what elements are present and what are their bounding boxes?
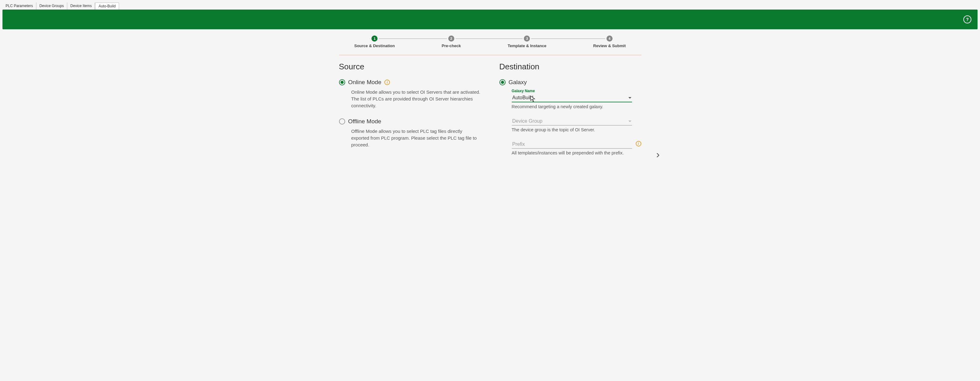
step-circle: 1 bbox=[371, 35, 377, 41]
step-label: Review & Submit bbox=[593, 43, 625, 48]
step-label: Template & Instance bbox=[508, 43, 546, 48]
galaxy-name-label: Galaxy Name bbox=[512, 89, 632, 93]
offline-mode-radio[interactable] bbox=[339, 118, 345, 125]
destination-title: Destination bbox=[500, 62, 641, 71]
device-group-field: Device Group The device group is the top… bbox=[512, 117, 632, 132]
tab-bar: PLC Parameters Device Groups Device Item… bbox=[2, 2, 978, 10]
chevron-down-icon bbox=[628, 121, 632, 122]
tab-device-groups[interactable]: Device Groups bbox=[37, 2, 67, 10]
tab-auto-build[interactable]: Auto-Build bbox=[95, 2, 119, 10]
device-group-select[interactable]: Device Group bbox=[512, 117, 632, 125]
stepper-line bbox=[370, 38, 611, 39]
device-group-hint: The device group is the topic of OI Serv… bbox=[512, 127, 632, 132]
galaxy-name-field: Galaxy Name AutoBuild Recommend targetin… bbox=[512, 89, 632, 109]
destination-column: Destination Galaxy Galaxy Name AutoBuild… bbox=[500, 62, 641, 164]
stepper: 1 Source & Destination 2 Pre-check 3 Tem… bbox=[339, 35, 641, 48]
galaxy-name-select[interactable]: AutoBuild bbox=[512, 94, 632, 102]
source-title: Source bbox=[339, 62, 481, 71]
chevron-down-icon bbox=[628, 97, 632, 98]
offline-mode-row[interactable]: Offline Mode bbox=[339, 118, 481, 125]
info-icon[interactable]: i bbox=[384, 79, 390, 85]
online-mode-label: Online Mode bbox=[348, 79, 382, 86]
tab-plc-parameters[interactable]: PLC Parameters bbox=[2, 2, 37, 10]
offline-mode-label: Offline Mode bbox=[348, 118, 381, 125]
step-label: Pre-check bbox=[442, 43, 461, 48]
step-circle: 2 bbox=[448, 35, 454, 41]
source-column: Source Online Mode i Online Mode allows … bbox=[339, 62, 481, 164]
prefix-hint: All templates/instances will be prepende… bbox=[512, 151, 632, 156]
step-template-instance[interactable]: 3 Template & Instance bbox=[508, 35, 546, 48]
next-arrow-icon[interactable]: › bbox=[656, 148, 660, 160]
step-circle: 4 bbox=[606, 35, 612, 41]
prefix-input[interactable]: Prefix bbox=[512, 140, 632, 149]
offline-mode-desc: Offline Mode allows you to select PLC ta… bbox=[352, 128, 481, 148]
step-label: Source & Destination bbox=[355, 43, 395, 48]
prefix-field: Prefix i All templates/instances will be… bbox=[512, 140, 632, 156]
step-circle: 3 bbox=[524, 35, 530, 41]
help-icon[interactable]: ? bbox=[963, 16, 971, 24]
prefix-placeholder: Prefix bbox=[512, 141, 525, 147]
galaxy-radio[interactable] bbox=[500, 79, 506, 86]
online-mode-desc: Online Mode allows you to select OI Serv… bbox=[352, 89, 481, 109]
online-mode-row[interactable]: Online Mode i bbox=[339, 79, 481, 86]
step-pre-check[interactable]: 2 Pre-check bbox=[442, 35, 461, 48]
step-review-submit[interactable]: 4 Review & Submit bbox=[593, 35, 625, 48]
online-mode-radio[interactable] bbox=[339, 79, 345, 86]
divider bbox=[339, 55, 641, 55]
device-group-placeholder: Device Group bbox=[512, 118, 542, 124]
info-icon[interactable]: i bbox=[636, 141, 641, 146]
galaxy-row[interactable]: Galaxy bbox=[500, 79, 641, 86]
galaxy-label: Galaxy bbox=[509, 79, 527, 86]
tab-device-items[interactable]: Device Items bbox=[67, 2, 95, 10]
step-source-destination[interactable]: 1 Source & Destination bbox=[355, 35, 395, 48]
galaxy-name-hint: Recommend targeting a newly created gala… bbox=[512, 104, 632, 109]
galaxy-name-value: AutoBuild bbox=[512, 95, 534, 100]
header-bar: ? bbox=[2, 10, 978, 29]
